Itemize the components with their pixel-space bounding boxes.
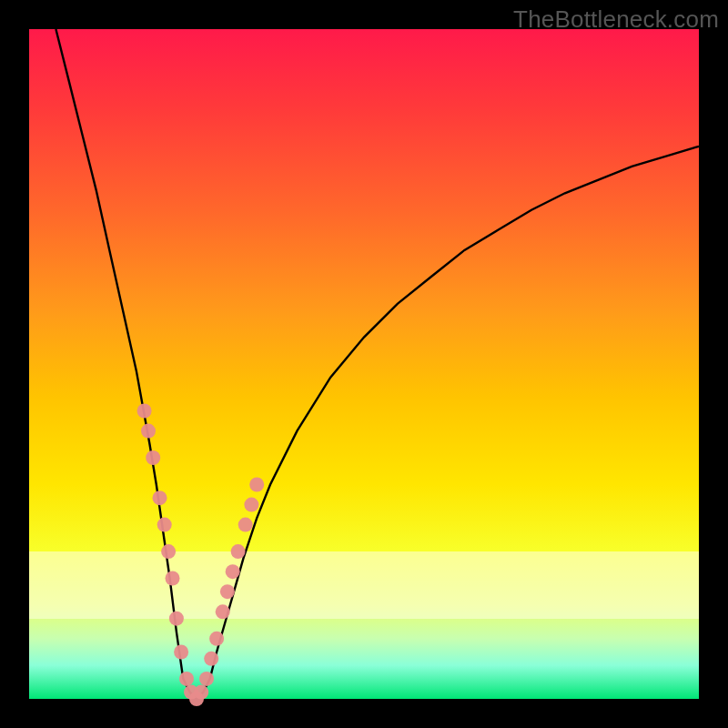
curve-marker xyxy=(179,672,194,686)
curve-marker xyxy=(249,478,264,492)
curve-marker xyxy=(238,518,253,532)
curve-marker xyxy=(194,685,208,700)
curve-marker xyxy=(204,652,218,666)
curve-marker xyxy=(220,584,235,599)
curve-marker xyxy=(161,544,176,559)
chart-frame: TheBottleneck.com xyxy=(0,0,728,728)
curve-marker xyxy=(226,564,240,579)
curve-marker xyxy=(146,450,160,465)
curve-layer xyxy=(29,29,699,699)
curve-marker xyxy=(153,490,167,505)
curve-marker xyxy=(141,424,156,439)
curve-marker xyxy=(216,604,230,619)
plot-area xyxy=(29,29,699,699)
curve-marker xyxy=(174,645,188,660)
curve-marker xyxy=(137,404,152,419)
curve-marker xyxy=(157,518,172,532)
curve-marker xyxy=(169,612,184,626)
curve-marker xyxy=(209,632,224,646)
curve-marker xyxy=(166,571,180,586)
bottleneck-curve xyxy=(56,29,699,699)
curve-marker xyxy=(199,672,214,686)
curve-marker xyxy=(244,498,258,512)
curve-marker xyxy=(231,544,246,559)
